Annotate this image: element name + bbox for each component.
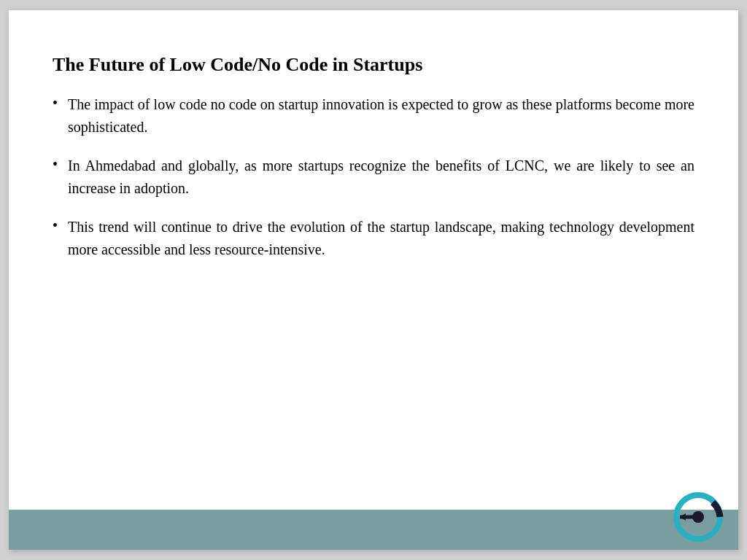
list-item: • This trend will continue to drive the …	[53, 216, 694, 261]
list-item: • The impact of low code no code on star…	[53, 93, 694, 139]
slide: The Future of Low Code/No Code in Startu…	[9, 10, 738, 550]
brand-logo-icon	[673, 491, 724, 542]
bullet-text-2: In Ahmedabad and globally, as more start…	[68, 155, 694, 200]
bullet-dot-3: •	[53, 217, 58, 234]
slide-title: The Future of Low Code/No Code in Startu…	[53, 54, 694, 76]
bullet-text-1: The impact of low code no code on startu…	[68, 93, 694, 139]
list-item: • In Ahmedabad and globally, as more sta…	[53, 155, 694, 200]
svg-marker-3	[680, 513, 686, 521]
logo-container	[673, 491, 724, 542]
bullet-dot-1: •	[53, 95, 58, 112]
bullet-dot-2: •	[53, 156, 58, 173]
bullet-list: • The impact of low code no code on star…	[53, 93, 694, 491]
bullet-text-3: This trend will continue to drive the ev…	[68, 216, 694, 261]
slide-footer	[9, 510, 738, 550]
